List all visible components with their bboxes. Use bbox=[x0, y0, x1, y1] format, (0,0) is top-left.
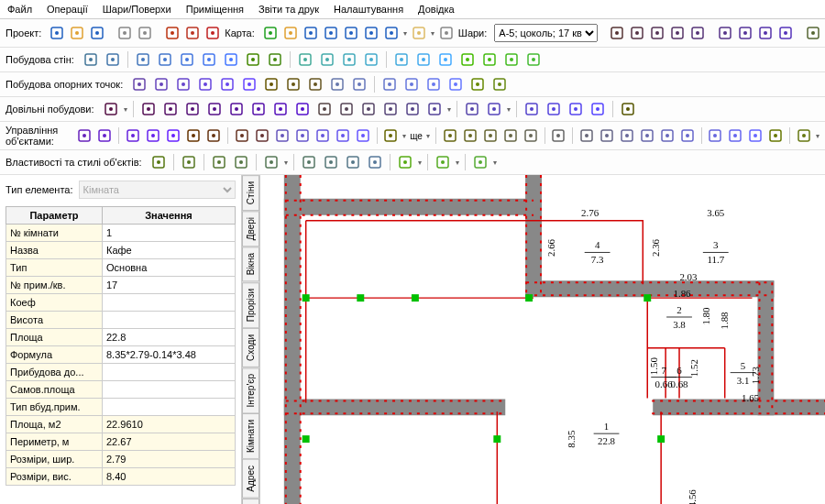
oa-icon[interactable] bbox=[274, 126, 291, 145]
ref1-icon[interactable] bbox=[164, 24, 181, 42]
a1-icon[interactable] bbox=[82, 50, 100, 69]
oj-icon[interactable] bbox=[502, 126, 519, 145]
p3-icon[interactable] bbox=[174, 75, 192, 93]
oe-icon[interactable] bbox=[355, 126, 371, 145]
target-icon[interactable] bbox=[204, 24, 221, 42]
o9-icon[interactable] bbox=[254, 126, 270, 145]
i9-icon[interactable] bbox=[366, 153, 384, 171]
menu-Файл[interactable]: Файл bbox=[7, 4, 32, 15]
g8-icon[interactable] bbox=[757, 24, 774, 42]
table-row[interactable]: Площа, м222.9610 bbox=[6, 416, 236, 433]
a3-icon[interactable] bbox=[134, 50, 152, 69]
ib-icon[interactable] bbox=[434, 153, 452, 171]
ai-icon[interactable] bbox=[480, 50, 499, 69]
table-row[interactable]: Прибудова до... bbox=[6, 364, 236, 381]
vtab-Адрес[interactable]: Адрес bbox=[242, 459, 259, 499]
or-icon[interactable] bbox=[679, 126, 696, 145]
table-row[interactable]: Коеф bbox=[6, 294, 236, 312]
save-icon[interactable] bbox=[89, 24, 105, 42]
oi-icon[interactable] bbox=[482, 126, 499, 145]
dropdown-arrow-icon[interactable]: ▾ bbox=[456, 159, 459, 167]
menu-Шари/Поверхи[interactable]: Шари/Поверхи bbox=[103, 4, 171, 15]
element-type-select[interactable]: Кімната bbox=[79, 181, 236, 199]
table-row[interactable]: Висота bbox=[6, 312, 236, 329]
floorplan-canvas[interactable]: 122.823.8311.747.353.160.6870.66854.42.7… bbox=[260, 175, 825, 504]
fl-icon[interactable] bbox=[588, 100, 607, 118]
p6-icon[interactable] bbox=[240, 75, 258, 93]
vtab-Двері[interactable]: Двері bbox=[242, 211, 259, 247]
f9-icon[interactable] bbox=[293, 100, 312, 118]
p8-icon[interactable] bbox=[284, 75, 302, 93]
table-row[interactable]: № прим./кв.17 bbox=[6, 277, 236, 294]
fm-icon[interactable] bbox=[619, 100, 637, 118]
table-row[interactable]: Розміри, вис.8.40 bbox=[6, 468, 236, 486]
ac-icon[interactable] bbox=[340, 50, 358, 69]
og-icon[interactable] bbox=[442, 126, 458, 145]
aa-icon[interactable] bbox=[296, 50, 314, 69]
vtab-Інфо[interactable]: Інфо bbox=[242, 499, 259, 504]
i1-icon[interactable] bbox=[149, 153, 168, 171]
ow-icon[interactable] bbox=[796, 126, 812, 145]
grid-icon[interactable] bbox=[438, 24, 455, 42]
vtab-Вікна[interactable]: Вікна bbox=[242, 247, 259, 281]
fk-icon[interactable] bbox=[566, 100, 585, 118]
ab-icon[interactable] bbox=[318, 50, 336, 69]
f7-icon[interactable] bbox=[249, 100, 268, 118]
i6-icon[interactable] bbox=[300, 153, 318, 171]
aj-icon[interactable] bbox=[502, 50, 521, 69]
pe-icon[interactable] bbox=[424, 75, 443, 93]
a4-icon[interactable] bbox=[156, 50, 174, 69]
pc-icon[interactable] bbox=[380, 75, 399, 93]
i7-icon[interactable] bbox=[322, 153, 340, 171]
a8-icon[interactable] bbox=[244, 50, 262, 69]
f1-icon[interactable] bbox=[102, 100, 120, 118]
oq-icon[interactable] bbox=[659, 126, 676, 145]
dropdown-arrow-icon[interactable]: ▾ bbox=[493, 159, 497, 167]
dropdown-arrow-icon[interactable]: ▾ bbox=[507, 105, 511, 114]
pf-icon[interactable] bbox=[446, 75, 465, 93]
fi-icon[interactable] bbox=[522, 100, 541, 118]
fh-icon[interactable] bbox=[485, 100, 503, 118]
ak-icon[interactable] bbox=[524, 50, 543, 69]
fd-icon[interactable] bbox=[381, 100, 400, 118]
on-icon[interactable] bbox=[599, 126, 615, 145]
f8-icon[interactable] bbox=[271, 100, 290, 118]
ff-icon[interactable] bbox=[425, 100, 444, 118]
p5-icon[interactable] bbox=[218, 75, 236, 93]
o3-icon[interactable] bbox=[125, 126, 141, 145]
table-row[interactable]: Площа22.8 bbox=[6, 329, 236, 346]
g6-icon[interactable] bbox=[717, 24, 733, 42]
menu-Налаштування[interactable]: Налаштування bbox=[334, 4, 403, 15]
g9-icon[interactable] bbox=[777, 24, 794, 42]
ou-icon[interactable] bbox=[747, 126, 764, 145]
f4-icon[interactable] bbox=[183, 100, 202, 118]
a2-icon[interactable] bbox=[104, 50, 122, 69]
dropdown-arrow-icon[interactable]: ▾ bbox=[402, 132, 406, 140]
ol-icon[interactable] bbox=[550, 126, 566, 145]
g2-icon[interactable] bbox=[629, 24, 645, 42]
zoommode-icon[interactable] bbox=[383, 24, 400, 42]
p4-icon[interactable] bbox=[196, 75, 214, 93]
ag-icon[interactable] bbox=[436, 50, 455, 69]
of-icon[interactable] bbox=[382, 126, 399, 145]
od-icon[interactable] bbox=[335, 126, 351, 145]
table-row[interactable]: Формула8.35*2.79-0.14*3.48 bbox=[6, 346, 236, 364]
o4-icon[interactable] bbox=[145, 126, 161, 145]
ov-icon[interactable] bbox=[767, 126, 784, 145]
table-row[interactable]: НазваКафе bbox=[6, 242, 236, 259]
table-row[interactable]: ТипОсновна bbox=[6, 259, 236, 277]
op-icon[interactable] bbox=[639, 126, 655, 145]
vtab-Інтер'єр[interactable]: Інтер'єр bbox=[242, 367, 259, 413]
g7-icon[interactable] bbox=[737, 24, 754, 42]
ah-icon[interactable] bbox=[458, 50, 477, 69]
menu-Звіти та друк[interactable]: Звіти та друк bbox=[258, 4, 319, 15]
g4-icon[interactable] bbox=[669, 24, 686, 42]
vtab-Кімнати[interactable]: Кімнати bbox=[242, 413, 259, 459]
p9-icon[interactable] bbox=[306, 75, 324, 93]
fb-icon[interactable] bbox=[337, 100, 356, 118]
f3-icon[interactable] bbox=[161, 100, 180, 118]
dropdown-arrow-icon[interactable]: ▾ bbox=[816, 132, 820, 140]
a5-icon[interactable] bbox=[178, 50, 196, 69]
zoomsel-icon[interactable] bbox=[363, 24, 380, 42]
dropdown-arrow-icon[interactable]: ▾ bbox=[447, 105, 451, 114]
